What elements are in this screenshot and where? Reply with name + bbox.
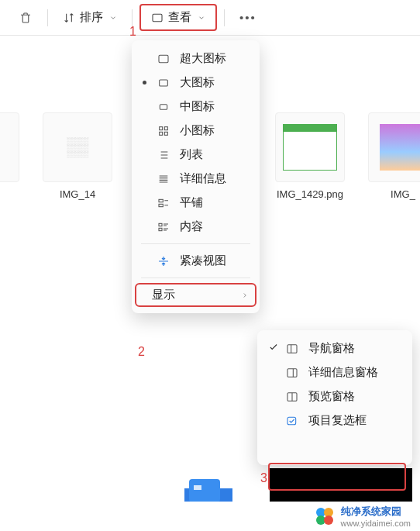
file-name: IMG_ <box>368 188 420 200</box>
file-thumbnail: ░░░░░░░░░░░░░░░ <box>43 112 112 182</box>
chevron-right-icon <box>241 288 249 302</box>
chevron-down-icon <box>109 14 117 22</box>
more-button[interactable]: ••• <box>232 8 264 27</box>
selected-bullet-icon <box>143 81 146 84</box>
tiles-icon <box>157 196 170 210</box>
menu-item-label: 紧凑视图 <box>180 253 226 268</box>
sort-icon <box>63 12 75 24</box>
delete-button[interactable] <box>11 8 40 28</box>
menu-item-label: 导航窗格 <box>308 341 355 356</box>
details-icon <box>157 172 170 186</box>
menu-item-label: 中图标 <box>180 99 215 114</box>
watermark: 纯净系统家园 www.yidaimei.com <box>0 502 420 531</box>
medium-icons-icon <box>157 100 170 114</box>
watermark-url: www.yidaimei.com <box>341 519 411 528</box>
file-item[interactable]: ░░░░░░░░░░░░░░░ IMG_14 <box>43 112 112 200</box>
svg-rect-5 <box>164 126 167 129</box>
show-submenu-item-navigation-pane[interactable]: 导航窗格 <box>260 336 409 360</box>
show-submenu-item-hidden[interactable] <box>260 433 409 459</box>
file-thumbnail <box>368 112 420 182</box>
svg-rect-8 <box>159 199 163 202</box>
navigation-pane-icon <box>285 342 299 356</box>
view-menu-item-show[interactable]: 显示 <box>135 283 256 307</box>
ellipsis-icon: ••• <box>239 11 256 24</box>
toolbar: 排序 查看 ••• <box>0 0 420 36</box>
svg-point-22 <box>324 515 333 525</box>
trash-icon <box>19 11 33 25</box>
svg-rect-9 <box>159 204 163 206</box>
svg-rect-4 <box>160 126 163 129</box>
menu-item-label: 详细信息 <box>180 171 226 186</box>
menu-item-label: 显示 <box>152 288 175 302</box>
view-menu-item-details[interactable]: 详细信息 <box>135 167 256 191</box>
menu-item-label: 详细信息窗格 <box>308 365 378 380</box>
toolbar-divider <box>224 9 225 26</box>
content-icon <box>157 220 170 234</box>
sort-label: 排序 <box>80 10 103 25</box>
file-item[interactable]: ng <box>0 112 19 200</box>
toolbar-divider <box>132 9 133 26</box>
view-menu-item-small[interactable]: 小图标 <box>135 119 256 143</box>
menu-item-label: 预览窗格 <box>308 389 355 404</box>
watermark-text: 纯净系统家园 www.yidaimei.com <box>341 505 411 528</box>
menu-separator <box>141 243 250 244</box>
svg-rect-3 <box>160 104 167 109</box>
checkbox-icon <box>285 414 299 428</box>
svg-rect-0 <box>153 14 162 21</box>
menu-item-label: 大图标 <box>180 75 215 90</box>
file-item[interactable]: IMG_ <box>368 112 420 200</box>
svg-rect-11 <box>159 228 162 230</box>
menu-item-label: 内容 <box>180 219 203 234</box>
watermark-logo-icon <box>315 506 335 526</box>
list-icon <box>157 148 170 162</box>
check-icon <box>268 342 279 355</box>
watermark-title: 纯净系统家园 <box>341 505 401 517</box>
svg-rect-12 <box>287 344 297 353</box>
show-submenu-item-details-pane[interactable]: 详细信息窗格 <box>260 360 409 384</box>
svg-rect-1 <box>159 55 168 62</box>
svg-rect-7 <box>164 132 167 135</box>
view-menu-item-content[interactable]: 内容 <box>135 215 256 239</box>
svg-rect-6 <box>160 132 163 135</box>
view-button[interactable]: 查看 <box>145 7 212 28</box>
file-name: ng <box>0 188 19 200</box>
view-icon <box>151 12 164 24</box>
file-thumbnail <box>0 112 19 182</box>
large-icons-icon <box>157 76 170 90</box>
svg-rect-15 <box>287 417 296 424</box>
view-menu-item-tiles[interactable]: 平铺 <box>135 191 256 215</box>
redaction-box <box>270 468 412 505</box>
svg-rect-10 <box>159 223 162 226</box>
details-pane-icon <box>285 366 299 380</box>
menu-item-label: 项目复选框 <box>308 413 367 428</box>
view-menu: 超大图标 大图标 中图标 小图标 列表 详细信息 平铺 内容 紧凑视图 显示 <box>132 40 260 313</box>
svg-rect-17 <box>189 479 220 502</box>
file-thumbnail <box>275 112 345 182</box>
view-label: 查看 <box>168 10 191 25</box>
show-submenu-item-checkboxes[interactable]: 项目复选框 <box>260 409 409 433</box>
svg-rect-18 <box>194 485 201 490</box>
annotation-3: 3 <box>260 471 267 485</box>
show-submenu: 导航窗格 详细信息窗格 预览窗格 项目复选框 <box>257 330 412 465</box>
extra-large-icons-icon <box>157 52 170 66</box>
view-menu-item-medium[interactable]: 中图标 <box>135 95 256 119</box>
menu-item-label: 平铺 <box>180 195 203 210</box>
menu-separator <box>141 278 250 278</box>
toolbar-divider <box>47 9 48 26</box>
small-icons-icon <box>157 124 170 138</box>
sort-button[interactable]: 排序 <box>55 7 125 28</box>
svg-rect-2 <box>160 80 168 86</box>
view-menu-item-compact[interactable]: 紧凑视图 <box>135 249 256 273</box>
compact-view-icon <box>157 254 170 268</box>
svg-rect-13 <box>287 368 297 377</box>
file-name: IMG_14 <box>43 188 112 200</box>
view-menu-item-large[interactable]: 大图标 <box>135 71 256 95</box>
view-menu-item-list[interactable]: 列表 <box>135 143 256 167</box>
menu-item-label: 小图标 <box>180 123 215 138</box>
file-item[interactable]: IMG_1429.png <box>275 112 345 200</box>
view-menu-item-extra-large[interactable]: 超大图标 <box>135 47 256 71</box>
menu-item-label: 超大图标 <box>180 51 226 66</box>
menu-item-label: 列表 <box>180 147 203 162</box>
chevron-down-icon <box>198 14 205 22</box>
show-submenu-item-preview-pane[interactable]: 预览窗格 <box>260 384 409 409</box>
